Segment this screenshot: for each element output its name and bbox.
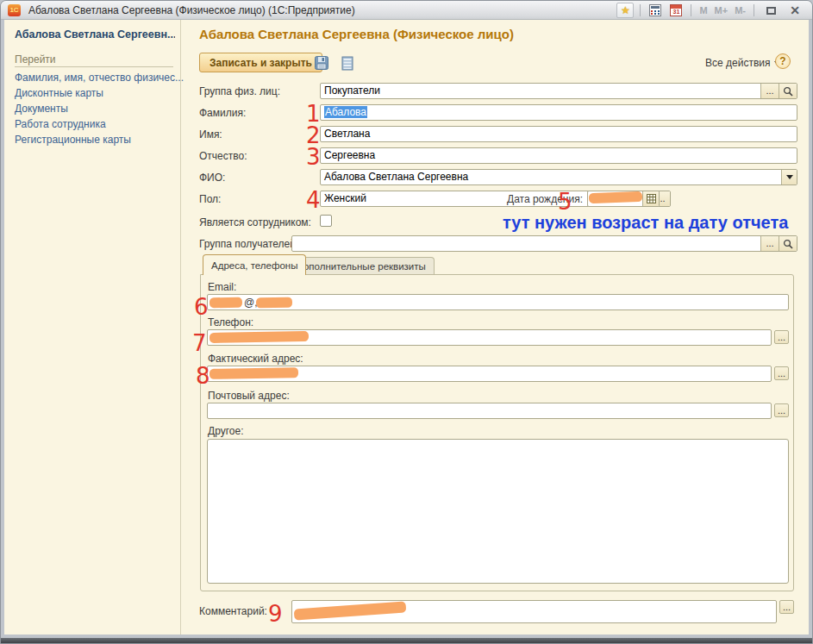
magnifier-icon [783, 239, 793, 249]
lastname-label: Фамилия: [199, 107, 246, 119]
group-input[interactable]: Покупатели ... [320, 83, 797, 99]
comment-label: Комментарий: [199, 605, 267, 617]
1c-logo-icon: 1С [8, 4, 21, 16]
postal-address-input[interactable] [207, 403, 772, 419]
all-actions-label: Все действия [705, 57, 770, 69]
calendar-button[interactable]: 31 [667, 3, 685, 18]
save-button[interactable] [313, 54, 330, 72]
annotation-note-blue: тут нужен возраст на дату отчета [503, 213, 788, 233]
restore-icon [766, 7, 776, 15]
main-form: Абалова Светлана Сергеевна (Физическое л… [182, 20, 809, 635]
lastname-input[interactable]: Абалова [320, 104, 797, 121]
email-input[interactable] [207, 294, 789, 310]
firstname-label: Имя: [199, 128, 222, 141]
phone-more-button[interactable]: ... [774, 330, 789, 344]
actual-address-more-button[interactable]: ... [774, 366, 789, 380]
calendar-icon: 31 [670, 4, 682, 16]
fio-dropdown-button[interactable] [781, 170, 797, 184]
dropdown-arrow-icon [786, 175, 793, 179]
memory-recall-button[interactable]: М [697, 5, 709, 16]
postal-address-label: Почтовый адрес: [208, 390, 290, 402]
restore-window-button[interactable] [760, 3, 781, 18]
birthdate-redaction-scribble [589, 191, 642, 203]
other-textarea[interactable] [207, 439, 789, 584]
middlename-input[interactable]: Сергеевна [320, 147, 797, 164]
window-title: Абалова Светлана Сергеевна (Физическое л… [28, 4, 355, 16]
sidebar-link-fio-history[interactable]: Фамилия, имя, отчество физичес... [15, 72, 184, 84]
group-label: Группа физ. лиц: [199, 85, 280, 97]
group-value: Покупатели [324, 84, 380, 97]
birthdate-calendar-button[interactable] [642, 191, 659, 206]
help-button[interactable]: ? [775, 53, 791, 69]
middlename-value: Сергеевна [324, 149, 375, 161]
page-title: Абалова Светлана Сергеевна (Физическое л… [199, 27, 514, 41]
phone-redaction-scribble [210, 331, 309, 343]
floppy-save-icon [314, 55, 329, 71]
tab-label: Дополнительные реквизиты [297, 261, 426, 272]
sidebar-section-goto: Перейти [15, 53, 56, 66]
comment-more-button[interactable]: ... [779, 600, 794, 614]
fio-value: Абалова Светлана Сергеевна [324, 171, 468, 183]
magnifier-icon [783, 86, 793, 97]
group-more-button[interactable]: ... [760, 84, 779, 98]
calculator-icon [649, 4, 661, 16]
firstname-input[interactable]: Светлана [320, 126, 797, 142]
annotation-number-7: 7 [192, 332, 207, 354]
sidebar-divider [15, 66, 173, 67]
titlebar-separator [754, 4, 754, 16]
actual-address-redaction-scribble [210, 367, 298, 379]
window-bottom-edge [1, 638, 812, 643]
annotation-number-6: 6 [194, 296, 209, 318]
annotation-number-8: 8 [196, 365, 210, 387]
annotation-number-9: 9 [268, 603, 283, 625]
discount-group-more-button[interactable]: ... [760, 236, 779, 251]
sidebar: Абалова Светлана Сергеевн... Перейти Фам… [4, 20, 181, 635]
favorites-button[interactable]: ★ [616, 3, 634, 18]
email-label: Email: [208, 281, 236, 293]
title-bar: 1С Абалова Светлана Сергеевна (Физическо… [1, 1, 812, 20]
sidebar-link-employee-work[interactable]: Работа сотрудника [15, 118, 106, 130]
tab-addresses-phones[interactable]: Адреса, телефоны [203, 254, 306, 275]
calculator-button[interactable] [647, 3, 664, 18]
all-actions-button[interactable]: Все действия [705, 57, 781, 69]
group-search-button[interactable] [779, 84, 797, 98]
phone-label: Телефон: [208, 316, 253, 328]
app-window: 1С Абалова Светлана Сергеевна (Физическо… [0, 0, 813, 644]
sidebar-link-registration-cards[interactable]: Регистрационные карты [15, 134, 131, 146]
titlebar-separator [691, 4, 691, 16]
save-and-close-button[interactable]: Записать и закрыть [199, 53, 322, 72]
postal-address-more-button[interactable]: ... [774, 403, 789, 417]
fio-label: ФИО: [199, 172, 225, 184]
gender-label: Пол: [199, 193, 221, 205]
is-employee-label: Является сотрудником: [199, 216, 311, 228]
tab-additional-attributes[interactable]: Дополнительные реквизиты [288, 257, 435, 275]
discount-group-search-button[interactable] [779, 236, 797, 251]
titlebar-separator [640, 4, 641, 16]
other-label: Другое: [208, 425, 243, 437]
annotation-number-5: 5 [558, 191, 572, 213]
middlename-label: Отчество: [199, 150, 247, 162]
list-icon [341, 56, 353, 71]
firstname-value: Светлана [324, 128, 370, 140]
window-content: Абалова Светлана Сергеевн... Перейти Фам… [4, 20, 809, 635]
show-in-list-button[interactable] [339, 54, 356, 72]
close-icon: ✕ [790, 4, 800, 16]
star-icon: ★ [621, 5, 630, 16]
discount-group-input[interactable]: ... [291, 235, 797, 252]
date-picker-icon [647, 194, 656, 203]
close-window-button[interactable]: ✕ [785, 3, 805, 18]
is-employee-checkbox[interactable] [320, 215, 332, 227]
sidebar-link-documents[interactable]: Документы [15, 103, 68, 115]
sidebar-record-title: Абалова Светлана Сергеевн... [15, 28, 175, 41]
fio-input[interactable]: Абалова Светлана Сергеевна [320, 169, 797, 185]
memory-minus-button[interactable]: М- [733, 5, 747, 16]
gender-value: Женский [324, 192, 366, 204]
actual-address-label: Фактический адрес: [208, 353, 303, 365]
lastname-value-selected: Абалова [324, 106, 367, 118]
email-redaction-scribble [256, 297, 292, 309]
annotation-number-3: 3 [306, 146, 321, 168]
memory-plus-button[interactable]: М+ [713, 5, 730, 16]
sidebar-link-discount-cards[interactable]: Дисконтные карты [15, 87, 103, 99]
tab-label: Адреса, телефоны [211, 260, 297, 271]
annotation-number-4: 4 [306, 189, 321, 211]
